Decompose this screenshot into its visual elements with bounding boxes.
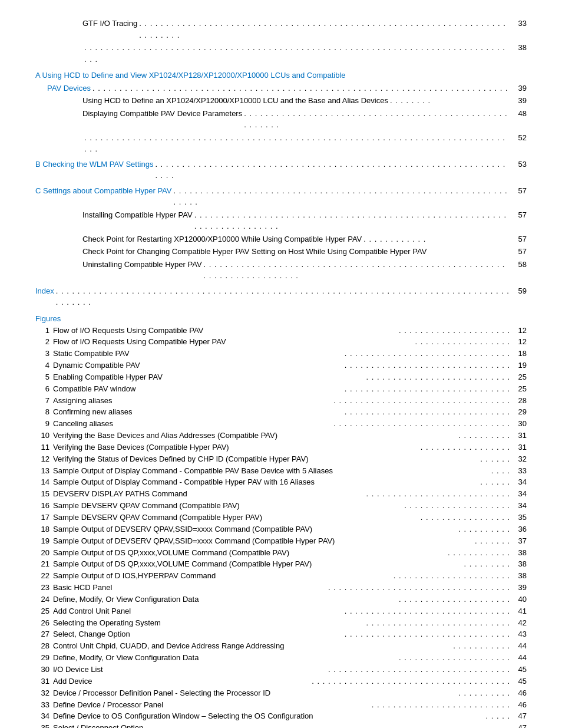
figure-dots: . . . . . . . . . . — [458, 430, 510, 442]
figure-number: 27 — [35, 629, 53, 640]
figure-label: Confirming new aliases — [53, 407, 345, 418]
section-c-sub3: Check Point for Changing Compatible Hype… — [35, 246, 527, 258]
figure-dots: . . . . . . — [480, 454, 510, 465]
section-c-sub4-dots: . . . . . . . . . . . . . . . . . . . . … — [204, 259, 510, 282]
figure-page: 36 — [510, 524, 527, 535]
section-a-label: A Using HCD to Define and View XP1024/XP… — [35, 70, 346, 81]
section-c-sub1-label: Installing Compatible Hyper PAV — [82, 209, 193, 221]
section-a-sublabel: PAV Devices — [35, 83, 91, 94]
figure-dots: . . . . — [491, 466, 510, 477]
figure-entry: 14Sample Output of Display Command - Com… — [35, 477, 527, 488]
figure-label: Sample DEVSERV QPAV Command (Compatible … — [53, 512, 421, 523]
figure-entry: 11Verifying the Base Devices (Compatible… — [35, 442, 527, 453]
figure-label: Add Control Unit Panel — [53, 606, 345, 617]
section-c-title: C Settings about Compatible Hyper PAV . … — [35, 185, 527, 208]
figure-label: Sample Output of DEVSERV QPAV,SSID=xxxx … — [53, 524, 458, 535]
figure-entry: 3Static Compatible PAV . . . . . . . . .… — [35, 348, 527, 360]
section-b-dots: . . . . . . . . . . . . . . . . . . . . … — [155, 159, 510, 182]
figure-page: 44 — [510, 653, 527, 664]
figure-number: 11 — [35, 442, 53, 453]
section-a-sub1: Using HCD to Define an XP1024/XP12000/XP… — [35, 95, 527, 107]
figure-dots: . . . . . . . . . . . . . . . . . . . . — [404, 500, 510, 512]
figure-number: 25 — [35, 606, 53, 617]
section-c-sub1: Installing Compatible Hyper PAV . . . . … — [35, 209, 527, 232]
index-dots: . . . . . . . . . . . . . . . . . . . . … — [56, 285, 510, 308]
section-c-sub4: Uninstalling Compatible Hyper PAV . . . … — [35, 259, 527, 282]
figure-dots: . . . . . . . . . . . . . . . . . . . . … — [333, 396, 510, 407]
figure-label: Compatible PAV window — [53, 384, 345, 395]
section-c-sub2-dots: . . . . . . . . . . . . — [363, 233, 510, 245]
figure-entry: 4Dynamic Compatible PAV . . . . . . . . … — [35, 360, 527, 371]
figure-label: Selecting the Operating System — [53, 618, 366, 629]
figure-page: 29 — [510, 407, 527, 418]
section-a-block: A Using HCD to Define and View XP1024/XP… — [35, 70, 527, 155]
figure-dots: . . . . . . . . . . — [458, 524, 510, 535]
section-a-sub2-page: 48 — [512, 108, 527, 120]
figure-label: Flow of I/O Requests Using Compatible PA… — [53, 325, 399, 337]
figure-entry: 31Add Device . . . . . . . . . . . . . .… — [35, 676, 527, 687]
figure-label: Assigning aliases — [53, 396, 333, 407]
figure-page: 40 — [510, 594, 527, 605]
figure-entry: 1Flow of I/O Requests Using Compatible P… — [35, 325, 527, 337]
figure-page: 31 — [510, 442, 527, 453]
figure-entry: 17Sample DEVSERV QPAV Command (Compatibl… — [35, 512, 527, 523]
figure-label: Define Device to OS Configuration Window… — [53, 711, 485, 722]
figure-number: 18 — [35, 524, 53, 535]
figure-dots: . . . . . . — [480, 477, 510, 488]
figure-label: DEVSERV DISPLAY PATHS Command — [53, 489, 366, 500]
figure-label: Sample Output of D IOS,HYPERPAV Command — [53, 571, 394, 582]
figure-entry: 10Verifying the Base Devices and Alias A… — [35, 430, 527, 442]
figure-entry: 33Define Device / Processor Panel . . . … — [35, 700, 527, 711]
figure-page: 43 — [510, 629, 527, 640]
figure-page: 34 — [510, 489, 527, 500]
figure-label: Sample Output of DEVSERV QPAV,SSID=xxxx … — [53, 536, 475, 547]
figure-entry: 35Select / Disconnect Option . . . . . .… — [35, 723, 527, 728]
section-a-sub2: Displaying Compatible PAV Device Paramet… — [35, 108, 527, 131]
figure-label: I/O Device List — [53, 664, 328, 676]
figure-entry: 5Enabling Compatible Hyper PAV . . . . .… — [35, 372, 527, 383]
section-a-sub3: . . . . . . . . . . . . . . . . . . . . … — [35, 132, 527, 155]
figure-entry: 27Select, Change Option . . . . . . . . … — [35, 629, 527, 640]
section-c-sub4-page: 58 — [512, 259, 527, 271]
figure-entry: 26Selecting the Operating System . . . .… — [35, 618, 527, 629]
figure-number: 26 — [35, 618, 53, 629]
figure-number: 19 — [35, 536, 53, 547]
gtf-dots: . . . . . . . . . . . . . . . . . . . . … — [139, 18, 510, 41]
figure-dots: . . . . . . . . . . . . . . . . . . . . … — [328, 582, 510, 594]
figure-entry: 21Sample Output of DS QP,xxxx,VOLUME Com… — [35, 559, 527, 570]
figure-page: 30 — [510, 419, 527, 430]
figure-entry: 16Sample DEVSERV QPAV Command (Compatibl… — [35, 500, 527, 512]
figure-entry: 13Sample Output of Display Command - Com… — [35, 466, 527, 477]
toc-entry-gtf: GTF I/O Tracing . . . . . . . . . . . . … — [35, 18, 527, 41]
section-c-sub2-page: 57 — [512, 233, 527, 245]
figure-dots: . . . . . . . . . . . . . . . . . . . . … — [372, 700, 510, 711]
figure-page: 34 — [510, 477, 527, 488]
figure-page: 25 — [510, 372, 527, 383]
figure-dots: . . . . . . . . . . . . — [448, 548, 510, 559]
figure-number: 17 — [35, 512, 53, 523]
figures-heading: Figures — [35, 314, 527, 323]
section-a-title: A Using HCD to Define and View XP1024/XP… — [35, 70, 527, 81]
figure-label: Sample Output of Display Command - Compa… — [53, 466, 491, 477]
figure-number: 15 — [35, 489, 53, 500]
figure-entry: 23Basic HCD Panel . . . . . . . . . . . … — [35, 582, 527, 594]
figure-number: 13 — [35, 466, 53, 477]
figure-page: 25 — [510, 384, 527, 395]
figure-page: 35 — [510, 512, 527, 523]
section-c-sub1-dots: . . . . . . . . . . . . . . . . . . . . … — [194, 209, 510, 232]
figure-page: 45 — [510, 676, 527, 687]
section-c-block: C Settings about Compatible Hyper PAV . … — [35, 185, 527, 282]
figure-entry: 22Sample Output of D IOS,HYPERPAV Comman… — [35, 571, 527, 582]
figure-entry: 25Add Control Unit Panel . . . . . . . .… — [35, 606, 527, 617]
figure-entry: 20Sample Output of DS QP,xxxx,VOLUME Com… — [35, 548, 527, 559]
figure-page: 44 — [510, 641, 527, 652]
figure-dots: . . . . . . . . . . . . . . . . . . . . … — [394, 571, 510, 582]
figure-dots: . . . . . . . . . . . . . . . . . . . . … — [345, 407, 510, 418]
figure-label: Enabling Compatible Hyper PAV — [53, 372, 366, 383]
figure-dots: . . . . . . . . . . . . . . . . . . . . … — [333, 419, 510, 430]
section-b-page: 53 — [512, 159, 527, 170]
figure-dots: . . . . . . . . . — [464, 559, 510, 570]
figure-label: Sample DEVSERV QPAV Command (Compatible … — [53, 500, 404, 512]
section-a-sub1-page: 39 — [512, 95, 527, 107]
toc-entry-blank1: . . . . . . . . . . . . . . . . . . . . … — [35, 42, 527, 65]
